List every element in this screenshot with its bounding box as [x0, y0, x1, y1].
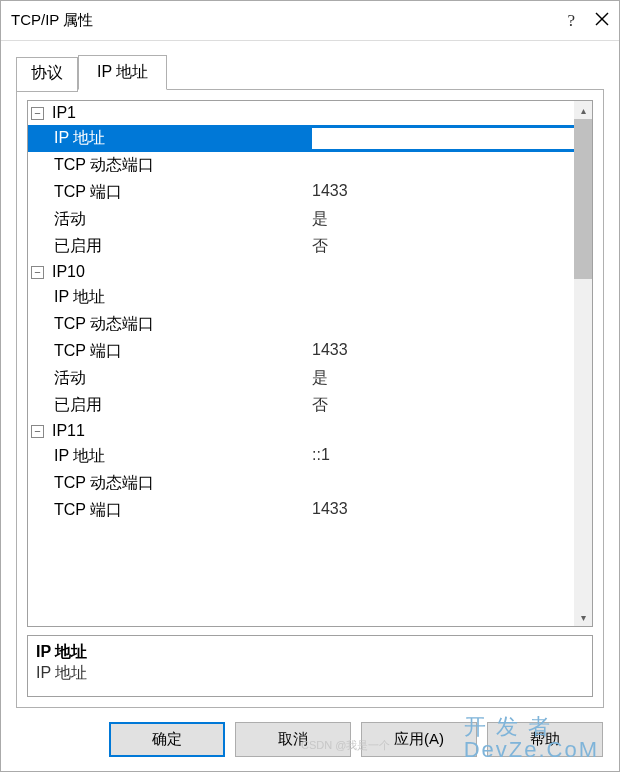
- property-label: TCP 端口: [54, 341, 312, 362]
- property-value[interactable]: [312, 314, 574, 335]
- property-value[interactable]: [312, 155, 574, 176]
- property-label: TCP 动态端口: [54, 473, 312, 494]
- titlebar-buttons: ?: [567, 11, 609, 31]
- property-label: IP 地址: [54, 287, 312, 308]
- ok-button[interactable]: 确定: [109, 722, 225, 757]
- property-label: 已启用: [54, 236, 312, 257]
- property-row[interactable]: 活动是: [28, 365, 574, 392]
- scroll-thumb[interactable]: [574, 119, 592, 279]
- property-row[interactable]: TCP 端口1433: [28, 179, 574, 206]
- property-grid: −IP1IP 地址TCP 动态端口TCP 端口1433活动是已启用否−IP10I…: [27, 100, 593, 627]
- property-label: IP 地址: [54, 446, 312, 467]
- category-label: IP11: [52, 422, 85, 440]
- property-value[interactable]: [312, 128, 574, 149]
- category-row[interactable]: −IP11: [28, 419, 574, 443]
- property-value[interactable]: [312, 287, 574, 308]
- help-icon[interactable]: ?: [567, 11, 575, 31]
- tabs: 协议 IP 地址: [16, 54, 604, 89]
- property-row[interactable]: TCP 动态端口: [28, 152, 574, 179]
- collapse-icon[interactable]: −: [31, 107, 44, 120]
- apply-button[interactable]: 应用(A): [361, 722, 477, 757]
- property-value[interactable]: 否: [312, 395, 574, 416]
- property-value[interactable]: ::1: [312, 446, 574, 467]
- help-button[interactable]: 帮助: [487, 722, 603, 757]
- property-label: TCP 动态端口: [54, 314, 312, 335]
- property-row[interactable]: IP 地址::1: [28, 443, 574, 470]
- property-value[interactable]: 是: [312, 368, 574, 389]
- scrollbar[interactable]: ▴ ▾: [574, 101, 592, 626]
- collapse-icon[interactable]: −: [31, 425, 44, 438]
- property-value[interactable]: 1433: [312, 182, 574, 203]
- property-row[interactable]: 已启用否: [28, 233, 574, 260]
- description-title: IP 地址: [36, 642, 584, 663]
- property-row[interactable]: IP 地址: [28, 284, 574, 311]
- property-value[interactable]: 否: [312, 236, 574, 257]
- scroll-down-icon[interactable]: ▾: [574, 608, 592, 626]
- property-row[interactable]: TCP 动态端口: [28, 311, 574, 338]
- property-label: TCP 端口: [54, 500, 312, 521]
- property-row[interactable]: 活动是: [28, 206, 574, 233]
- close-icon[interactable]: [595, 11, 609, 31]
- category-label: IP1: [52, 104, 76, 122]
- property-row[interactable]: IP 地址: [28, 125, 574, 152]
- tab-ipaddress[interactable]: IP 地址: [78, 55, 167, 90]
- tab-panel: −IP1IP 地址TCP 动态端口TCP 端口1433活动是已启用否−IP10I…: [16, 89, 604, 708]
- description-text: IP 地址: [36, 663, 584, 684]
- cancel-button[interactable]: 取消: [235, 722, 351, 757]
- property-label: TCP 动态端口: [54, 155, 312, 176]
- category-label: IP10: [52, 263, 85, 281]
- property-value[interactable]: 是: [312, 209, 574, 230]
- property-value[interactable]: 1433: [312, 500, 574, 521]
- content: 协议 IP 地址 −IP1IP 地址TCP 动态端口TCP 端口1433活动是已…: [1, 41, 619, 708]
- description-box: IP 地址 IP 地址: [27, 635, 593, 697]
- property-label: 活动: [54, 209, 312, 230]
- property-row[interactable]: TCP 端口1433: [28, 497, 574, 524]
- scroll-up-icon[interactable]: ▴: [574, 101, 592, 119]
- property-value[interactable]: 1433: [312, 341, 574, 362]
- category-row[interactable]: −IP10: [28, 260, 574, 284]
- property-value[interactable]: [312, 473, 574, 494]
- property-label: 活动: [54, 368, 312, 389]
- collapse-icon[interactable]: −: [31, 266, 44, 279]
- property-row[interactable]: TCP 动态端口: [28, 470, 574, 497]
- category-row[interactable]: −IP1: [28, 101, 574, 125]
- property-label: TCP 端口: [54, 182, 312, 203]
- window-title: TCP/IP 属性: [11, 11, 567, 30]
- property-row[interactable]: 已启用否: [28, 392, 574, 419]
- property-label: IP 地址: [54, 128, 312, 149]
- property-label: 已启用: [54, 395, 312, 416]
- titlebar: TCP/IP 属性 ?: [1, 1, 619, 41]
- property-row[interactable]: TCP 端口1433: [28, 338, 574, 365]
- tab-protocol[interactable]: 协议: [16, 57, 78, 92]
- button-row: 确定 取消 应用(A) 帮助: [1, 708, 619, 771]
